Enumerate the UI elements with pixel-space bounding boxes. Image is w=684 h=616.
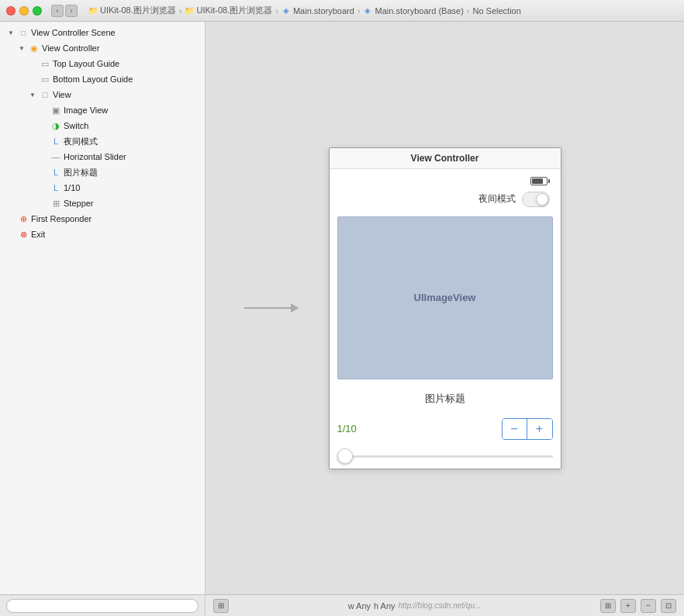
zoom-in-button[interactable]: + [620, 599, 636, 613]
canvas-content: View Controller [206, 22, 684, 594]
tree-item-exit[interactable]: ⊗ Exit [0, 227, 205, 242]
folder2-icon: 📁 [185, 6, 194, 16]
image-view-placeholder-label: UIImageView [414, 292, 476, 303]
caption-row: 图片标题 [337, 389, 553, 409]
breadcrumb-storyboard2-label: Main.storyboard (Base) [375, 6, 463, 16]
breadcrumb-folder1-label: UIKit-08.图片浏览器 [100, 5, 176, 16]
exit-label: Exit [31, 230, 45, 239]
slider-label: Horizontal Slider [64, 152, 126, 161]
tree-item-imageview[interactable]: ▣ Image View [0, 102, 205, 118]
counter-value: 1/10 [337, 423, 357, 434]
canvas-area: View Controller [206, 22, 684, 616]
tree-item-stepper[interactable]: ⊞ Stepper [0, 196, 205, 211]
breadcrumb-folder2[interactable]: 📁 UIKit-08.图片浏览器 [185, 5, 272, 16]
sidebar-search-input[interactable] [6, 599, 199, 613]
storyboard2-icon: ◈ [363, 6, 372, 16]
breadcrumb: 📁 UIKit-08.图片浏览器 › 📁 UIKit-08.图片浏览器 › ◈ … [88, 5, 521, 16]
scene-label: View Controller Scene [31, 28, 116, 37]
breadcrumb-storyboard1-label: Main.storyboard [293, 6, 354, 16]
responder-icon: ⊕ [18, 213, 29, 224]
bottom-left: ⊞ [213, 599, 229, 613]
breadcrumb-folder1[interactable]: 📁 UIKit-08.图片浏览器 [88, 5, 176, 16]
minimize-button[interactable] [19, 6, 29, 16]
tree-item-counter[interactable]: L 1/10 [0, 180, 205, 196]
forward-arrow[interactable]: › [65, 5, 78, 17]
toggle-responder [6, 214, 16, 223]
toggle-stepper [39, 199, 48, 208]
sidebar-bottom [0, 594, 205, 616]
picturetitle-icon: L [50, 167, 61, 178]
bottom-layout-icon: ▭ [40, 74, 50, 85]
toggle-view: ▼ [28, 90, 37, 99]
image-view-placeholder: UIImageView [337, 216, 553, 379]
arrow-head [291, 303, 299, 313]
toggle-top-layout [28, 59, 37, 68]
breadcrumb-storyboard2[interactable]: ◈ Main.storyboard (Base) [363, 6, 463, 16]
folder-icon: 📁 [88, 6, 98, 16]
slider-knob [337, 448, 353, 464]
scene-icon: □ [18, 27, 29, 38]
tree-item-top-layout[interactable]: ▭ Top Layout Guide [0, 56, 205, 71]
sidebar: ▼ □ View Controller Scene ▼ ◉ View Contr… [0, 22, 206, 616]
counter-icon: L [50, 182, 61, 193]
breadcrumb-selection-label: No Selection [472, 6, 520, 16]
maximize-button[interactable] [33, 6, 42, 16]
tree-item-responder[interactable]: ⊕ First Responder [0, 211, 205, 227]
vc-title: View Controller [411, 153, 479, 164]
size-label-w: w Any [348, 601, 371, 611]
sep3: › [358, 6, 361, 16]
back-arrow[interactable]: ‹ [51, 5, 64, 17]
nightmode-label: 夜间模式 [64, 136, 98, 147]
stepper-minus-button[interactable]: − [503, 419, 527, 439]
counter-row: 1/10 − + [337, 415, 553, 443]
tree-item-nightmode[interactable]: L 夜间模式 [0, 133, 205, 149]
view-as-button[interactable]: ⊞ [213, 599, 229, 613]
battery-icon [530, 177, 550, 185]
toggle-imageview [39, 106, 48, 115]
stepper-minus-label: − [510, 422, 517, 436]
storyboard1-icon: ◈ [282, 6, 291, 16]
stepper-plus-button[interactable]: + [527, 419, 552, 439]
tree-item-scene[interactable]: ▼ □ View Controller Scene [0, 25, 205, 40]
scene-tree: ▼ □ View Controller Scene ▼ ◉ View Contr… [0, 22, 205, 594]
tree-item-switch[interactable]: ◑ Switch [0, 118, 205, 133]
breadcrumb-storyboard1[interactable]: ◈ Main.storyboard [282, 6, 354, 16]
title-bar: ‹ › 📁 UIKit-08.图片浏览器 › 📁 UIKit-08.图片浏览器 … [0, 0, 684, 22]
watermark: http://blog.csdn.net/qu... [399, 601, 482, 610]
tree-item-vc[interactable]: ▼ ◉ View Controller [0, 40, 205, 56]
bottom-right: ⊞ + − ⊡ [600, 599, 676, 613]
battery-fill [532, 178, 543, 184]
tree-item-slider[interactable]: — Horizontal Slider [0, 149, 205, 164]
status-row [337, 177, 553, 185]
toggle-nightmode [39, 137, 48, 146]
slider-row [337, 449, 553, 461]
nav-arrows: ‹ › [51, 5, 78, 17]
night-mode-row: 夜间模式 [337, 192, 553, 207]
battery-body [530, 177, 548, 185]
picturetitle-label: 图片标题 [64, 167, 98, 178]
night-mode-label: 夜间模式 [478, 192, 516, 206]
exit-icon: ⊗ [18, 229, 29, 240]
add-object-button[interactable]: ⊡ [661, 599, 676, 613]
view-label: View [53, 90, 71, 99]
tree-item-bottom-layout[interactable]: ▭ Bottom Layout Guide [0, 71, 205, 87]
slider-track[interactable] [337, 455, 553, 458]
sep2: › [275, 6, 278, 16]
toggle-switch-control[interactable] [522, 192, 550, 207]
bottom-center: w Any h Any http://blog.csdn.net/qu... [348, 601, 482, 611]
stepper-plus-label: + [536, 422, 543, 436]
toggle-picturetitle [39, 168, 48, 177]
switch-label: Switch [64, 121, 88, 130]
imageview-icon: ▣ [50, 105, 61, 116]
toggle-counter [39, 183, 48, 192]
vc-title-bar: View Controller [330, 148, 561, 169]
size-label-h: h Any [374, 601, 396, 611]
toggle-vc: ▼ [17, 43, 26, 53]
tree-item-picturetitle[interactable]: L 图片标题 [0, 164, 205, 180]
toggle-switch [39, 121, 48, 130]
close-button[interactable] [6, 6, 16, 16]
zoom-fit-button[interactable]: ⊞ [600, 599, 616, 613]
battery-nub [548, 179, 550, 183]
tree-item-view[interactable]: ▼ □ View [0, 87, 205, 102]
zoom-out-button[interactable]: − [641, 599, 656, 613]
